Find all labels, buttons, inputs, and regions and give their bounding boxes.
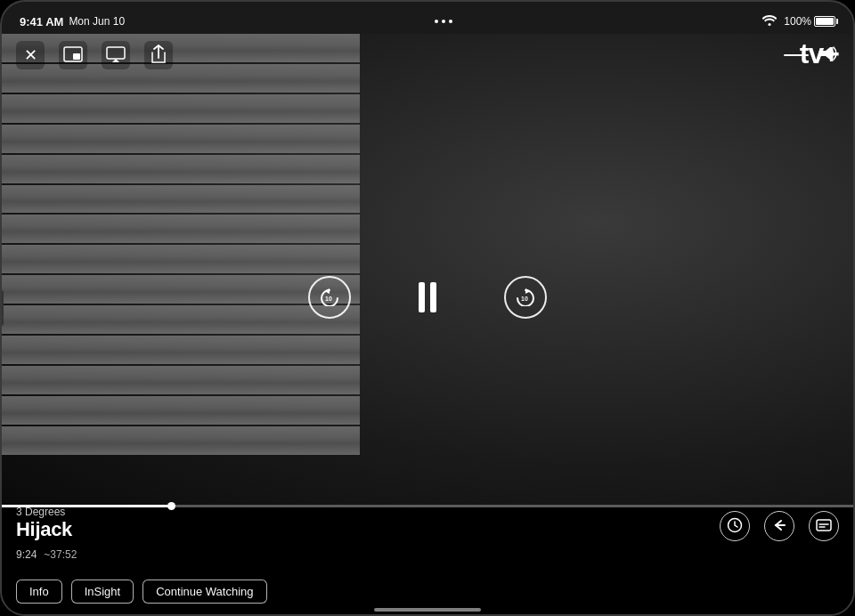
- time-display: 9:24 ~37:52: [16, 541, 77, 561]
- device-frame: 9:41 AM Mon Jun 10 100%: [0, 0, 855, 616]
- home-indicator: [374, 608, 481, 612]
- svg-text:10: 10: [325, 296, 332, 302]
- battery-pct: 100%: [784, 15, 811, 28]
- status-time: 9:41 AM: [20, 15, 63, 28]
- battery-icon: [814, 16, 835, 27]
- time-current: 9:24: [16, 548, 37, 561]
- airplay-icon: [106, 46, 126, 65]
- pause-icon: [419, 282, 436, 312]
- svg-marker-4: [821, 47, 830, 60]
- close-icon: ✕: [24, 47, 37, 63]
- bottom-buttons: Info InSight Continue Watching: [2, 580, 853, 604]
- subtitles-icon: [816, 519, 832, 534]
- pause-bar-2: [430, 282, 436, 312]
- top-controls: ✕: [2, 41, 853, 69]
- video-container[interactable]: tv+ ✕: [2, 34, 853, 614]
- dot2: [442, 20, 445, 23]
- dot1: [435, 20, 438, 23]
- battery-container: 100%: [784, 15, 835, 28]
- status-bar: 9:41 AM Mon Jun 10 100%: [2, 2, 853, 34]
- svg-marker-7: [525, 288, 531, 294]
- status-center: [435, 20, 452, 23]
- volume-icon[interactable]: [819, 45, 839, 65]
- pause-bar-1: [419, 282, 425, 312]
- pause-button[interactable]: [404, 274, 451, 320]
- playback-controls: 10 10: [308, 274, 547, 320]
- rewind-button[interactable]: 10: [308, 276, 351, 319]
- volume-line: [784, 54, 809, 56]
- share-button[interactable]: [144, 41, 173, 69]
- show-title: Hijack: [16, 518, 77, 541]
- svg-rect-2: [107, 47, 125, 59]
- continue-watching-button[interactable]: Continue Watching: [142, 580, 266, 604]
- scene-blinds: [2, 34, 360, 507]
- bottom-info: 3 Degrees Hijack 9:24 ~37:52: [2, 506, 853, 561]
- status-left: 9:41 AM Mon Jun 10: [20, 15, 125, 28]
- share-icon: [151, 45, 167, 67]
- svg-text:10: 10: [521, 296, 528, 302]
- status-date: Mon Jun 10: [69, 15, 125, 28]
- continue-label: Continue Watching: [156, 585, 253, 598]
- info-label: Info: [29, 585, 49, 598]
- svg-rect-1: [73, 53, 80, 60]
- status-right: 100%: [762, 15, 835, 28]
- forward-button[interactable]: 10: [504, 276, 547, 319]
- show-subtitle: 3 Degrees: [16, 506, 77, 518]
- right-controls: [720, 506, 839, 541]
- dot3: [449, 20, 452, 23]
- insight-button[interactable]: InSight: [71, 580, 134, 604]
- close-button[interactable]: ✕: [16, 41, 45, 69]
- svg-rect-11: [817, 520, 831, 531]
- time-remaining: ~37:52: [44, 548, 77, 561]
- wifi-icon: [762, 15, 777, 28]
- playback-speed-button[interactable]: [720, 511, 750, 541]
- top-right-controls: [784, 45, 839, 65]
- speed-icon: [727, 517, 743, 536]
- svg-marker-5: [324, 288, 330, 294]
- insight-label: InSight: [85, 585, 120, 598]
- subtitles-button[interactable]: [809, 511, 839, 541]
- info-button[interactable]: Info: [16, 580, 62, 604]
- battery-fill: [816, 18, 834, 25]
- show-info: 3 Degrees Hijack 9:24 ~37:52: [16, 506, 77, 561]
- pip-icon: [63, 46, 83, 65]
- video-background: [2, 34, 853, 507]
- top-left-controls: ✕: [16, 41, 173, 69]
- airplay-button[interactable]: [102, 41, 130, 69]
- pip-button[interactable]: [59, 41, 87, 69]
- back-icon: [772, 519, 786, 534]
- side-button: [0, 290, 4, 326]
- back-button[interactable]: [764, 511, 794, 541]
